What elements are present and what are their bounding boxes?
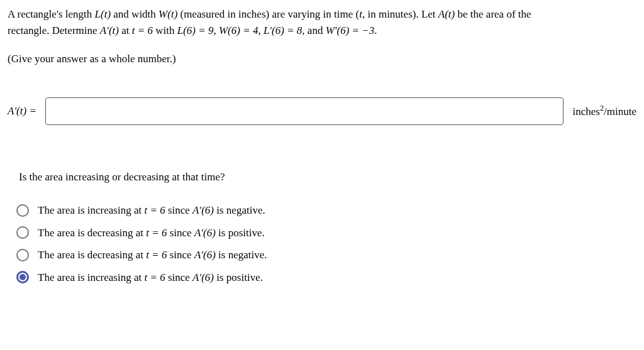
answer-row: A′(t) = inches2/minute (8, 97, 636, 125)
text: is positive. (216, 227, 265, 239)
math-ap: A′(6) (192, 271, 214, 283)
math-ap: A′(6) (194, 227, 216, 239)
text: is negative. (216, 249, 267, 261)
text: is negative. (214, 204, 265, 216)
option-2[interactable]: The area is decreasing at t = 6 since A′… (16, 225, 636, 241)
option-label: The area is decreasing at t = 6 since A′… (38, 225, 265, 241)
text: The area is decreasing at (38, 227, 146, 239)
option-1[interactable]: The area is increasing at t = 6 since A′… (16, 202, 636, 219)
radio-icon[interactable] (16, 249, 29, 261)
option-label: The area is increasing at t = 6 since A′… (38, 202, 265, 219)
math-A: A(t) (438, 8, 455, 20)
answer-label: A′(t) = (8, 103, 36, 119)
radio-icon[interactable] (16, 204, 29, 217)
math-teq: t = 6 (146, 227, 167, 239)
sub-question: Is the area increasing or decreasing at … (19, 169, 636, 185)
option-4[interactable]: The area is increasing at t = 6 since A′… (16, 270, 636, 286)
answer-var: A′(t) (8, 105, 26, 117)
text: since (167, 227, 194, 239)
text: , and (302, 25, 325, 36)
text: rectangle. Determine (8, 25, 100, 36)
text: be the area of the (455, 8, 531, 20)
text: , in minutes). Let (362, 8, 438, 20)
math-ap: A′(6) (192, 204, 214, 216)
option-label: The area is decreasing at t = 6 since A′… (38, 247, 267, 263)
unit-per: /minute (604, 106, 636, 118)
text: , (258, 25, 264, 36)
problem-statement: A rectangle's length L(t) and width W(t)… (8, 6, 636, 38)
math-Leq: L(6) = 9 (177, 25, 214, 36)
text: . (374, 25, 377, 36)
text: (measured in inches) are varying in time… (177, 8, 359, 20)
answer-instruction: (Give your answer as a whole number.) (8, 51, 636, 67)
math-W: W(t) (158, 8, 177, 20)
option-label: The area is increasing at t = 6 since A′… (38, 270, 263, 286)
text: since (165, 204, 192, 216)
math-teq: t = 6 (132, 25, 153, 36)
math-L: L(t) (95, 8, 111, 20)
text: since (165, 271, 192, 283)
text: The area is increasing at (38, 204, 144, 216)
text: since (167, 249, 194, 261)
math-teq: t = 6 (144, 271, 165, 283)
answer-input[interactable] (45, 97, 564, 125)
text: The area is decreasing at (38, 249, 146, 261)
unit-base: inches (572, 106, 599, 118)
text: and width (111, 8, 158, 20)
math-Aprime: A′(t) (100, 25, 119, 36)
option-3[interactable]: The area is decreasing at t = 6 since A′… (16, 247, 636, 263)
text: at (119, 25, 132, 36)
text: , (213, 25, 219, 36)
answer-unit: inches2/minute (572, 102, 636, 119)
text: A rectangle's length (8, 8, 95, 20)
text: is positive. (214, 271, 263, 283)
math-teq: t = 6 (146, 249, 167, 261)
answer-eq: = (26, 105, 36, 117)
text: with (153, 25, 177, 36)
options-group: The area is increasing at t = 6 since A′… (16, 202, 636, 285)
radio-icon[interactable] (16, 271, 29, 283)
math-Wpeq: W′(6) = −3 (326, 25, 375, 36)
math-Lpeq: L′(6) = 8 (264, 25, 302, 36)
math-Weq: W(6) = 4 (219, 25, 258, 36)
radio-icon[interactable] (16, 226, 29, 239)
text: The area is increasing at (38, 271, 144, 283)
math-teq: t = 6 (144, 204, 165, 216)
math-ap: A′(6) (194, 249, 216, 261)
